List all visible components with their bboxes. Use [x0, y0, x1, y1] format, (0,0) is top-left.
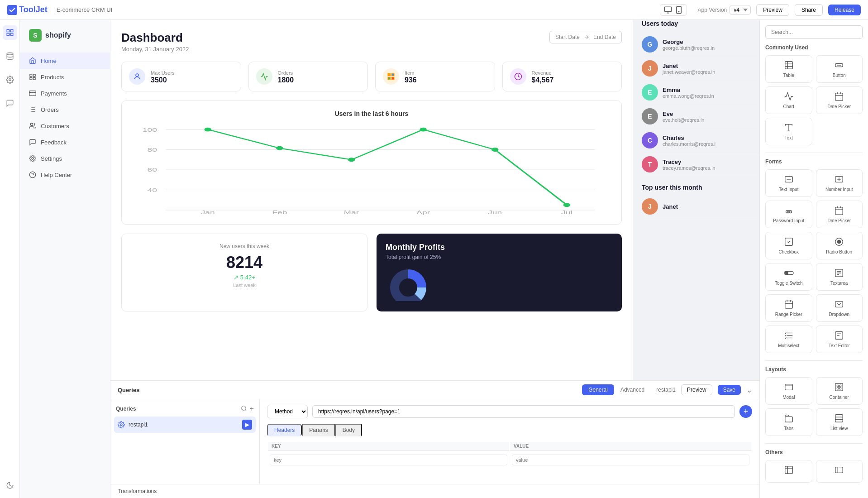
widget-card-date-picker-form[interactable]: Date Picker [816, 201, 863, 228]
widget-card-checkbox[interactable]: Checkbox [765, 232, 812, 259]
sub-tab-headers[interactable]: Headers [267, 424, 302, 436]
device-toggle[interactable] [660, 4, 687, 16]
widget-card-textarea[interactable]: Textarea [816, 263, 863, 291]
arrow-right-icon [583, 34, 590, 40]
mobile-icon[interactable] [675, 6, 683, 14]
add-header-button[interactable]: + [739, 405, 752, 418]
nav-item-products[interactable]: Products [20, 69, 110, 85]
widget-card-modal[interactable]: Modal [765, 377, 812, 405]
version-select[interactable]: v4 v3 v2 [730, 5, 751, 15]
commonly-used-grid: Table Button Chart Date Picker Text [765, 55, 863, 145]
new-users-value: 8214 [131, 253, 358, 272]
widget-card-range[interactable]: Range Picker [765, 294, 812, 322]
chart-area: 100 80 60 40 Jan Feb Mar Apr Jun Jul [131, 124, 612, 215]
add-query-button[interactable]: + [250, 405, 254, 413]
user-info-charles: Charles charles.morris@reqres.i [663, 134, 715, 147]
widget-card-others-1[interactable] [765, 460, 812, 483]
share-button[interactable]: Share [795, 4, 823, 16]
date-filter[interactable]: Start Date End Date [549, 31, 622, 43]
widget-search-input[interactable] [765, 25, 863, 39]
stat-value-revenue: $4,567 [532, 76, 554, 84]
widget-label-checkbox: Checkbox [779, 249, 799, 254]
collapse-button[interactable]: ⌄ [746, 386, 752, 394]
svg-point-79 [787, 211, 790, 213]
headers-table: KEY VALUE [267, 441, 752, 469]
user-info-emma: Emma emma.wong@reqres.in [663, 86, 714, 99]
avatar-george: G [642, 36, 658, 53]
widget-card-tabs[interactable]: Tabs [765, 408, 812, 436]
run-query-button[interactable]: ▶ [242, 420, 252, 430]
search-queries-button[interactable] [241, 405, 247, 413]
desktop-icon[interactable] [664, 6, 672, 14]
sidebar-icon-theme[interactable] [3, 478, 17, 493]
widget-card-number-input[interactable]: Number Input [816, 169, 863, 197]
settings-icon [29, 155, 36, 162]
widget-card-multiselect[interactable]: Multiselect [765, 326, 812, 353]
col-key-header: KEY [268, 442, 509, 451]
sub-tab-body[interactable]: Body [335, 424, 362, 436]
nav-item-home[interactable]: Home [20, 53, 110, 69]
user-row-janet: J Janet janet.weaver@reqres.in [642, 57, 759, 81]
new-users-growth: ↗ 5.42+ [131, 274, 358, 281]
avatar-tracey: T [642, 156, 658, 172]
widget-card-dropdown[interactable]: Dropdown [816, 294, 863, 322]
tab-general[interactable]: General [582, 384, 614, 395]
svg-rect-6 [7, 34, 9, 36]
nav-label-feedback: Feedback [41, 139, 67, 146]
widget-card-chart[interactable]: Chart [765, 86, 812, 114]
value-input[interactable] [512, 455, 749, 465]
sidebar-icon-data[interactable] [3, 49, 17, 63]
button-icon [834, 60, 844, 70]
widget-card-others-2[interactable] [816, 460, 863, 483]
query-item-restapi1[interactable]: restapi1 ▶ [114, 417, 256, 433]
nav-item-customers[interactable]: Customers [20, 118, 110, 134]
stat-label-orders: Orders [278, 70, 293, 76]
save-query-button[interactable]: Save [718, 385, 741, 395]
release-button[interactable]: Release [828, 5, 861, 15]
bottom-cards-row: New users this week 8214 ↗ 5.42+ Last we… [121, 234, 622, 311]
nav-item-help[interactable]: Help Center [20, 167, 110, 183]
svg-line-58 [245, 409, 246, 411]
widget-card-text-input[interactable]: Text Input [765, 169, 812, 197]
nav-item-settings[interactable]: Settings [20, 150, 110, 167]
widget-card-password-input[interactable]: Password Input [765, 201, 812, 228]
key-input[interactable] [270, 455, 507, 465]
svg-rect-29 [392, 73, 394, 76]
svg-point-51 [420, 128, 426, 132]
top-user-title: Top user this month [642, 184, 759, 191]
widget-card-toggle[interactable]: Toggle Switch [765, 263, 812, 291]
user-name-janet: Janet [663, 62, 715, 69]
svg-rect-14 [29, 91, 36, 96]
preview-button[interactable]: Preview [756, 4, 789, 16]
tab-advanced[interactable]: Advanced [614, 384, 651, 395]
sub-tab-params[interactable]: Params [302, 424, 335, 436]
end-date-label: End Date [593, 34, 616, 40]
avatar-eve: E [642, 108, 658, 124]
transformations-label: Transformations [118, 488, 157, 494]
feedback-icon [29, 139, 36, 146]
forms-title: Forms [765, 158, 863, 165]
svg-point-52 [491, 148, 498, 152]
widget-card-radio[interactable]: Radio Button [816, 232, 863, 259]
method-select[interactable]: Method GET POST PUT DELETE [267, 405, 308, 418]
nav-item-feedback[interactable]: Feedback [20, 134, 110, 150]
widget-card-button[interactable]: Button [816, 55, 863, 83]
orders-icon [29, 106, 36, 113]
stat-value-users: 3500 [151, 76, 175, 84]
preview-query-button[interactable]: Preview [681, 384, 712, 395]
nav-item-payments[interactable]: Payments [20, 85, 110, 101]
url-input[interactable] [312, 405, 735, 418]
radio-button-icon [834, 237, 844, 247]
widget-card-container[interactable]: Container [816, 377, 863, 405]
sidebar-icon-chat[interactable] [3, 96, 17, 110]
table-icon [784, 60, 794, 70]
nav-item-orders[interactable]: Orders [20, 101, 110, 118]
widget-card-list-view[interactable]: List view [816, 408, 863, 436]
growth-arrow-icon: ↗ [234, 274, 238, 281]
widget-card-text-editor[interactable]: Text Editor [816, 326, 863, 353]
widget-card-text[interactable]: Text [765, 118, 812, 145]
sidebar-icon-settings[interactable] [3, 72, 17, 87]
widget-card-table[interactable]: Table [765, 55, 812, 83]
widget-card-date-picker[interactable]: Date Picker [816, 86, 863, 114]
sidebar-icon-pages[interactable] [3, 25, 17, 40]
